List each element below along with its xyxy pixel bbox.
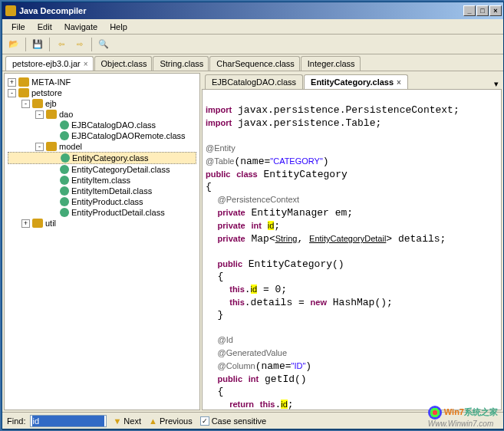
arrow-up-icon: ▲ [149, 416, 157, 426]
tree-node[interactable]: +META-INF [8, 77, 196, 87]
collapse-icon[interactable]: - [35, 143, 44, 151]
tree-panel[interactable]: +META-INF-petstore-ejb-daoEJBCatalogDAO.… [4, 73, 200, 410]
search-button[interactable]: 🔍 [95, 36, 112, 53]
toolbar-separator [49, 38, 50, 51]
code-panel: EJBCatalogDAO.classEntityCategory.class×… [202, 73, 502, 410]
menu-help[interactable]: Help [104, 21, 133, 33]
package-icon [32, 219, 43, 228]
open-button[interactable]: 📂 [5, 36, 22, 53]
tree-node[interactable]: EntityItem.class [8, 175, 196, 186]
find-label: Find: [7, 416, 25, 426]
arrow-down-icon: ▼ [113, 416, 121, 426]
tree-node-label: EntityCategoryDetail.class [71, 165, 170, 174]
tree-node-label: util [45, 219, 56, 228]
menu-edit[interactable]: Edit [31, 21, 58, 33]
main-area: +META-INF-petstore-ejb-daoEJBCatalogDAO.… [2, 71, 503, 412]
menu-file[interactable]: File [5, 21, 31, 33]
tree-leaf-spacer [49, 198, 58, 206]
file-tab[interactable]: Integer.class [301, 56, 361, 71]
file-tab[interactable]: petstore-ejb3.0.jar× [5, 56, 94, 71]
class-file-icon [60, 120, 69, 130]
tree-node[interactable]: -ejb [8, 98, 196, 109]
tree-node[interactable]: -model [8, 141, 196, 152]
save-button[interactable]: 💾 [29, 36, 46, 53]
tree-node[interactable]: EJBCatalogDAORemote.class [8, 130, 196, 141]
tree-node[interactable]: EntityCategoryDetail.class [8, 164, 196, 175]
package-icon [18, 77, 29, 87]
toolbar: 📂 💾 ⇦ ⇨ 🔍 [2, 35, 503, 54]
tree-node-label: EntityProductDetail.class [71, 208, 165, 217]
file-tab-label: Integer.class [308, 59, 355, 68]
tree-node[interactable]: +util [8, 218, 196, 229]
expand-icon[interactable]: + [21, 219, 30, 228]
tree-node-label: EJBCatalogDAORemote.class [71, 131, 186, 140]
package-icon [46, 110, 57, 119]
minimize-button[interactable]: _ [463, 5, 476, 16]
menubar: FileEditNavigateHelp [2, 19, 503, 35]
find-prev-button[interactable]: ▲ Previous [147, 416, 194, 426]
find-bar: Find: ▼ Next ▲ Previous ✓ Case sensitive [2, 412, 503, 429]
file-tab[interactable]: CharSequence.class [209, 56, 300, 71]
file-tab[interactable]: String.class [153, 56, 209, 71]
back-button[interactable]: ⇦ [53, 36, 70, 53]
code-area[interactable]: import javax.persistence.PersistenceCont… [202, 90, 502, 410]
collapse-icon[interactable]: - [21, 100, 30, 108]
menu-navigate[interactable]: Navigate [58, 21, 104, 33]
class-file-icon [60, 197, 69, 206]
tree-node[interactable]: EntityProductDetail.class [8, 207, 196, 218]
class-tab[interactable]: EJBCatalogDAO.class [205, 74, 303, 89]
tree-node[interactable]: EntityProduct.class [8, 196, 196, 207]
folder-icon: 📂 [8, 39, 19, 49]
checkbox-icon: ✓ [200, 416, 209, 426]
file-tab[interactable]: Object.class [94, 56, 153, 71]
class-file-icon [60, 165, 69, 174]
tree-leaf-spacer [50, 154, 58, 163]
class-tab-label: EntityCategory.class [311, 77, 394, 87]
arrow-right-icon: ⇨ [77, 40, 83, 48]
find-next-button[interactable]: ▼ Next [111, 416, 143, 426]
close-icon[interactable]: × [84, 60, 88, 68]
class-tab[interactable]: EntityCategory.class× [304, 74, 408, 89]
class-file-icon [60, 208, 69, 217]
tree-node-label: model [59, 142, 82, 151]
tree-node-label: ejb [45, 99, 57, 108]
tree-leaf-spacer [49, 187, 58, 196]
collapse-icon[interactable]: - [8, 89, 16, 97]
tree-node[interactable]: EntityCategory.class [8, 152, 196, 164]
tree-node-label: EntityCategory.class [72, 153, 148, 163]
tree-leaf-spacer [49, 209, 58, 217]
class-file-icon [61, 153, 70, 163]
tree-node-label: EntityItem.class [71, 176, 130, 185]
titlebar[interactable]: Java Decompiler _ □ × [2, 2, 503, 19]
tree-node-label: EJBCatalogDAO.class [71, 120, 156, 130]
tree-leaf-spacer [49, 176, 58, 185]
collapse-icon[interactable]: - [35, 110, 44, 119]
forward-button[interactable]: ⇨ [71, 36, 88, 53]
tree-node[interactable]: EntityItemDetail.class [8, 186, 196, 196]
tree-node[interactable]: -dao [8, 109, 196, 120]
app-window: Java Decompiler _ □ × FileEditNavigateHe… [2, 2, 504, 429]
tree-leaf-spacer [49, 166, 58, 174]
tree-node-label: EntityItemDetail.class [71, 186, 152, 196]
file-tab-label: String.class [160, 59, 203, 68]
close-icon[interactable]: × [397, 78, 401, 87]
tree-node[interactable]: -petstore [8, 87, 196, 98]
expand-icon[interactable]: + [8, 78, 16, 87]
search-icon: 🔍 [98, 39, 109, 49]
class-tabs: EJBCatalogDAO.classEntityCategory.class×… [202, 73, 502, 90]
tree-node[interactable]: EJBCatalogDAO.class [8, 120, 196, 130]
package-icon [46, 142, 57, 151]
toolbar-separator [91, 38, 92, 51]
close-button[interactable]: × [489, 5, 502, 16]
case-sensitive-checkbox[interactable]: ✓ Case sensitive [199, 416, 268, 426]
class-file-icon [60, 131, 69, 140]
maximize-button[interactable]: □ [476, 5, 489, 16]
tree-node-label: dao [59, 110, 73, 119]
app-icon [5, 5, 16, 16]
tree-node-label: petstore [31, 88, 62, 97]
class-tab-label: EJBCatalogDAO.class [212, 77, 296, 87]
tab-menu-button[interactable]: ▾ [491, 79, 502, 89]
tree-leaf-spacer [49, 121, 58, 130]
tree-node-label: META-INF [31, 77, 71, 87]
find-input[interactable] [32, 416, 104, 426]
